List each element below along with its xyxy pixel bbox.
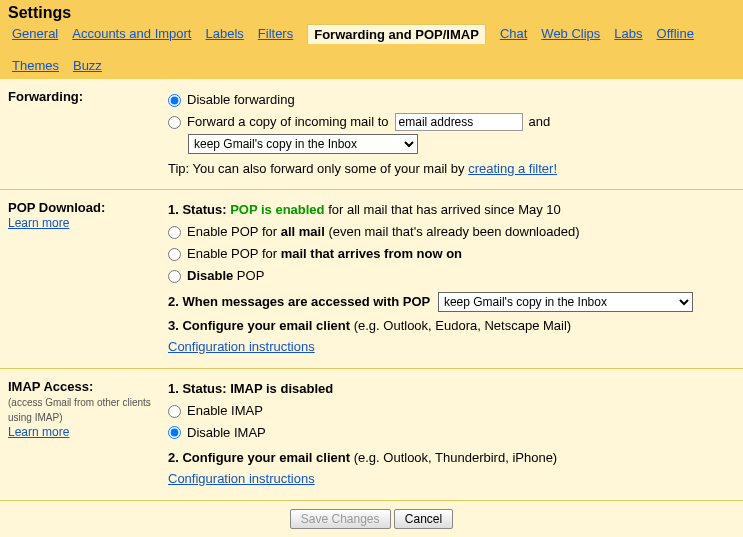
imap-configure-rest: (e.g. Outlook, Thunderbird, iPhone) — [350, 450, 557, 465]
imap-config-instructions-link[interactable]: Configuration instructions — [168, 471, 315, 486]
forwarding-keep-select[interactable]: keep Gmail's copy in the Inbox — [188, 134, 418, 154]
imap-configure-label: 2. Configure your email client — [168, 450, 350, 465]
pop-configure-rest: (e.g. Outlook, Eudora, Netscape Mail) — [350, 318, 571, 333]
imap-label: IMAP Access: — [8, 379, 93, 394]
tab-buzz[interactable]: Buzz — [73, 58, 102, 73]
pop-opt3-post: POP — [233, 268, 264, 283]
pop-status-rest: for all mail that has arrived since May … — [325, 202, 561, 217]
forwarding-tip: Tip: You can also forward only some of y… — [168, 161, 468, 176]
tab-forwarding-and-pop-imap[interactable]: Forwarding and POP/IMAP — [307, 24, 486, 44]
tab-offline[interactable]: Offline — [657, 26, 694, 44]
settings-tabs: GeneralAccounts and ImportLabelsFiltersF… — [8, 26, 735, 79]
tab-accounts-and-import[interactable]: Accounts and Import — [72, 26, 191, 44]
imap-status-num: 1. Status: — [168, 381, 230, 396]
tab-labs[interactable]: Labs — [614, 26, 642, 44]
pop-opt1-post: (even mail that's already been downloade… — [325, 224, 580, 239]
imap-enable-radio[interactable] — [168, 405, 181, 418]
section-pop: POP Download: Learn more 1. Status: POP … — [0, 190, 743, 369]
imap-disable-radio[interactable] — [168, 426, 181, 439]
pop-disable-radio[interactable] — [168, 270, 181, 283]
forwarding-disable-radio[interactable] — [168, 94, 181, 107]
forwarding-enable-radio[interactable] — [168, 116, 181, 129]
pop-configure-label: 3. Configure your email client — [168, 318, 350, 333]
tab-labels[interactable]: Labels — [205, 26, 243, 44]
imap-status-text: IMAP is disabled — [230, 381, 333, 396]
pop-opt1-bold: all mail — [281, 224, 325, 239]
tab-web-clips[interactable]: Web Clips — [541, 26, 600, 44]
pop-learn-more-link[interactable]: Learn more — [8, 216, 69, 230]
imap-disable-label: Disable IMAP — [187, 423, 266, 444]
pop-label: POP Download: — [8, 200, 105, 215]
pop-when-select[interactable]: keep Gmail's copy in the Inbox — [438, 292, 693, 312]
tab-general[interactable]: General — [12, 26, 58, 44]
imap-enable-label: Enable IMAP — [187, 401, 263, 422]
pop-config-instructions-link[interactable]: Configuration instructions — [168, 339, 315, 354]
footer: Save Changes Cancel — [0, 501, 743, 537]
forwarding-enable-post: and — [529, 112, 551, 133]
create-filter-link[interactable]: creating a filter! — [468, 161, 557, 176]
pop-opt3-bold: Disable — [187, 268, 233, 283]
imap-learn-more-link[interactable]: Learn more — [8, 425, 69, 439]
section-imap: IMAP Access: (access Gmail from other cl… — [0, 369, 743, 501]
tab-themes[interactable]: Themes — [12, 58, 59, 73]
pop-status-value: POP is enabled — [230, 202, 324, 217]
pop-status-num: 1. Status: — [168, 202, 230, 217]
forwarding-email-input[interactable] — [395, 113, 523, 131]
pop-when-label: 2. When messages are accessed with POP — [168, 294, 430, 309]
forwarding-disable-label: Disable forwarding — [187, 90, 295, 111]
imap-sub: (access Gmail from other clients using I… — [8, 397, 151, 423]
section-forwarding: Forwarding: Disable forwarding Forward a… — [0, 79, 743, 190]
pop-opt1-pre: Enable POP for — [187, 224, 281, 239]
forwarding-enable-pre: Forward a copy of incoming mail to — [187, 112, 389, 133]
pop-now-on-radio[interactable] — [168, 248, 181, 261]
page-title: Settings — [8, 4, 735, 22]
pop-all-mail-radio[interactable] — [168, 226, 181, 239]
save-changes-button[interactable]: Save Changes — [290, 509, 391, 529]
pop-opt2-bold: mail that arrives from now on — [281, 246, 462, 261]
cancel-button[interactable]: Cancel — [394, 509, 453, 529]
tab-chat[interactable]: Chat — [500, 26, 527, 44]
forwarding-label: Forwarding: — [8, 89, 83, 104]
pop-opt2-pre: Enable POP for — [187, 246, 281, 261]
tab-filters[interactable]: Filters — [258, 26, 293, 44]
